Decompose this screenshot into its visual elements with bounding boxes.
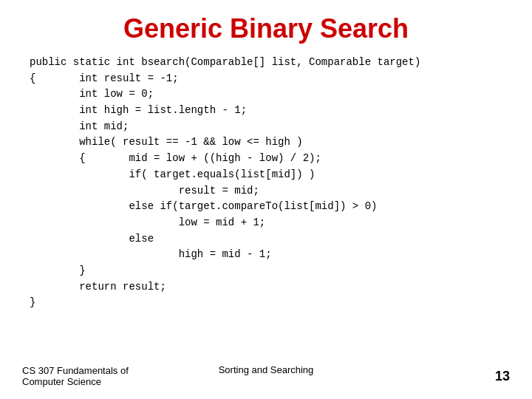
- code-block: public static int bsearch(Comparable[] l…: [0, 55, 532, 311]
- footer-left: CS 307 Fundamentals of Computer Science: [22, 365, 129, 387]
- footer-page-number: 13: [495, 369, 510, 384]
- footer-center: Sorting and Searching: [219, 364, 314, 375]
- page-title: Generic Binary Search: [0, 0, 532, 55]
